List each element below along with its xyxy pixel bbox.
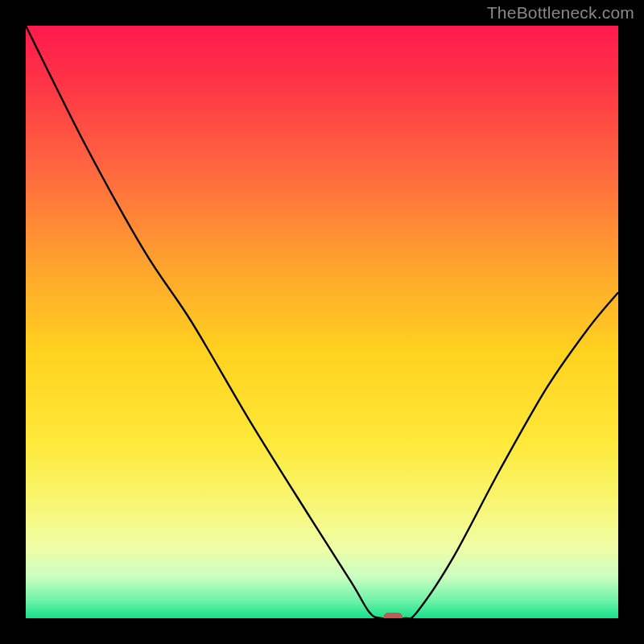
gradient-background [26, 26, 618, 618]
watermark-text: TheBottleneck.com [487, 3, 634, 23]
bottleneck-plot [26, 26, 618, 618]
optimal-marker [383, 613, 402, 618]
chart-svg [26, 26, 618, 618]
chart-frame: TheBottleneck.com [0, 0, 644, 644]
